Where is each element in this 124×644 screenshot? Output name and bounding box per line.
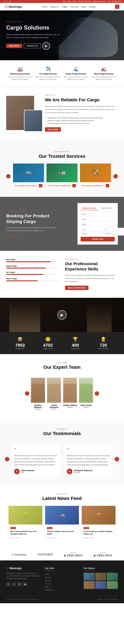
service-card-road: 🚛 Road Freight Services Nam sed ut cit i… [90,65,118,82]
footer-links-title: Our Links [45,567,54,570]
form-phone-input[interactable] [81,223,115,226]
footer-privacy[interactable]: Privacy Policy | Terms of Use [98,598,118,600]
form-submit-button[interactable]: Submit Now [81,237,115,242]
trusted-services-section: — Our Services Our Trusted Services ‹ 🚢 … [0,140,124,197]
road-freight-title: Road Freight Services [91,73,116,75]
skill-sea-bar-fill [6,261,51,262]
form-weight-input[interactable] [81,232,103,236]
footer-link-services[interactable]: Services [45,579,79,582]
news-title-2[interactable]: Vivamus sodales rutrum erat non mattis. [47,530,77,535]
air-freight-title: Air Freight Services [36,73,61,75]
topbar-email[interactable]: info@navirego.com [92,0,106,2]
footer-link-contact[interactable]: Contact Us [45,588,79,592]
nav-blog[interactable]: Blog [81,6,86,8]
footer-link-projects[interactable]: Projects [45,582,79,585]
service-slide-air: ✈️ Air Freight Transportation › [80,164,111,189]
gallery-thumb-3[interactable] [107,573,118,580]
road-freight-desc: Nam sed ut cit imperative. Phlur me sapi… [91,76,116,80]
skill-sea: Sea Freight [6,258,59,262]
gallery-thumb-4[interactable] [84,581,95,589]
fb-icon[interactable]: f [3,0,3,2]
news-card-body-1: News Nunc rutrum molestie arcu, quis con… [8,524,42,541]
topbar-phone2[interactable]: +91 7702 983 4540 [108,0,121,2]
footer-gallery-grid [84,573,118,589]
hero-contact-button[interactable]: Contact Us [24,44,41,48]
partner-logo-3: DESIGN ◈ EBELINGS [64,552,82,557]
skill-road-label: Road Freight [6,265,59,267]
topbar-social: f t in ▶ [3,0,10,2]
stat-clients-num: 4702 [43,343,53,348]
form-tab-quote[interactable]: Request a Quote [81,206,98,210]
cart-button[interactable]: 🛒 [115,4,119,9]
stat-team-num: 720 [98,343,109,348]
gallery-thumb-2[interactable] [95,573,106,580]
sea-service-arrow-button[interactable]: › [39,184,42,187]
form-to-input[interactable] [104,228,124,232]
tw-icon[interactable]: t [5,0,5,2]
skill-other-bar-bg [6,280,59,281]
video-play-button[interactable]: ▶ [57,310,67,320]
news-meta-2: Feb 05, 2021 [47,537,56,539]
news-meta-1: Jan 12, 2021 [10,537,19,539]
nav-about[interactable]: About Us [51,6,59,8]
skill-sea-label: Sea Freight [6,258,59,260]
logo[interactable]: ⬡ Navirego. [5,5,23,9]
news-title-1[interactable]: Nunc rutrum molestie arcu, quis convalli… [10,530,40,535]
service-card-warehousing: 🏭 Warehousing Services Nam sed ut cit im… [6,65,34,82]
gallery-thumb-1[interactable] [84,573,95,580]
team-slider-next-button[interactable]: › [95,391,99,396]
slider-next-button[interactable]: › [114,174,118,178]
about-tag: About Us [45,94,118,96]
footer-yt-button[interactable]: ▶ [23,582,27,586]
nav-home[interactable]: Home [42,6,47,8]
services-tag-icon: — [5,147,119,150]
form-from-input[interactable] [81,228,103,232]
footer-link-blog[interactable]: Blog [45,585,79,588]
skill-road-bar-fill [6,268,46,268]
yt-icon[interactable]: ▶ [9,0,10,2]
logo-icon: ⬡ [5,5,8,9]
footer-fb-button[interactable]: f [6,582,10,586]
footer-tw-button[interactable]: t [12,582,16,586]
slider-prev-button[interactable]: ‹ [6,174,10,178]
form-qty-input[interactable] [104,232,124,236]
air-service-image: ✈️ [80,164,111,182]
air-service-text: Air Freight Transportation [82,185,103,186]
testimonials-next-button[interactable]: › [115,457,119,461]
skills-appointment-button[interactable]: Make Appointment [65,286,88,290]
form-email-input[interactable] [81,218,115,222]
footer-link-home[interactable]: Home [45,573,79,576]
about-read-more-button[interactable]: Read More [45,127,61,132]
worker-image-2 [24,110,42,131]
footer-in-button[interactable]: in [17,582,22,586]
hero-play-button[interactable]: ▶ [42,42,50,50]
road-service-arrow-button[interactable]: › [72,184,76,187]
trusted-tag: Our Services [5,151,119,153]
footer-link-about[interactable]: About Us [45,576,79,579]
air-service-arrow-button[interactable]: › [106,184,109,187]
nav-pages[interactable]: Pages [62,6,67,8]
sea-service-text: Sea Freight Transportation [15,185,36,186]
nav-contact[interactable]: Contact [89,6,96,8]
form-email-row [81,218,115,222]
topbar-right: Mon: 00:00 - 24:00 +91 994 983 4540 info… [63,0,121,2]
form-tab-track[interactable]: Track & Trace [98,206,114,210]
stat-awards: 🏆 400 Awards Won [71,337,80,350]
news-title-3[interactable]: Fusce aucipit arcu velit id volutique te… [84,530,114,535]
skill-road-bar-bg [6,268,59,268]
gallery-thumb-5[interactable] [95,581,106,589]
team-member-3-role: Designer [63,406,77,408]
booking-link[interactable]: Get Free Quote [6,235,18,237]
hero-read-more-button[interactable]: Read More [6,44,22,48]
skill-other: Other Freight [6,278,59,281]
testimonials-prev-button[interactable]: ‹ [5,457,9,461]
topbar-phone1[interactable]: +91 994 983 4540 [78,0,90,2]
form-name-input[interactable] [81,212,115,216]
booking-title: Booking For Product Shiping Cargo [6,213,56,224]
gallery-thumb-6[interactable] [107,581,118,589]
trusted-title: Our Trusted Services [5,154,119,159]
team-slider-prev-button[interactable]: ‹ [25,391,29,396]
nav-services[interactable]: Services [71,6,78,8]
in-icon[interactable]: in [7,0,8,2]
team-card-2: Karma Backfield CEO [47,378,61,413]
